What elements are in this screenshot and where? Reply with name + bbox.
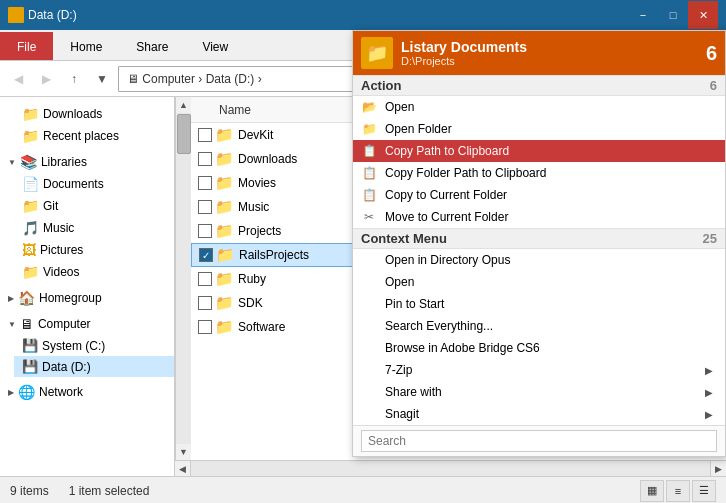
sidebar-group-computer[interactable]: ▼ 🖥 Computer — [0, 313, 174, 335]
sidebar-label-sysdrive: System (C:) — [42, 339, 105, 353]
up-button[interactable]: ↑ — [62, 67, 86, 91]
sidebar-section-homegroup: ▶ 🏠 Homegroup — [0, 285, 174, 311]
scroll-thumb[interactable] — [177, 114, 191, 154]
vertical-scrollbar[interactable]: ▲ ▼ — [175, 97, 191, 460]
cm-item-context-open[interactable]: Open — [353, 271, 725, 293]
close-button[interactable]: ✕ — [688, 1, 718, 29]
cm-header: 📁 Listary Documents D:\Projects 6 — [353, 31, 725, 75]
sidebar-label-music: Music — [43, 221, 74, 235]
checkbox-music[interactable] — [198, 200, 212, 214]
sidebar-label-pictures: Pictures — [40, 243, 83, 257]
scroll-track[interactable] — [176, 113, 191, 444]
checkbox-sdk[interactable] — [198, 296, 212, 310]
check-downloads[interactable] — [195, 152, 215, 166]
checkbox-ruby[interactable] — [198, 272, 212, 286]
sidebar: 📁 Downloads 📁 Recent places ▼ 📚 Librarie… — [0, 97, 175, 476]
check-music[interactable] — [195, 200, 215, 214]
back-button[interactable]: ◀ — [6, 67, 30, 91]
view-icon-3[interactable]: ☰ — [692, 480, 716, 502]
tab-share[interactable]: Share — [119, 32, 185, 60]
title-bar: Data (D:) − □ ✕ — [0, 0, 726, 30]
forward-button[interactable]: ▶ — [34, 67, 58, 91]
check-ruby[interactable] — [195, 272, 215, 286]
scroll-down-arrow[interactable]: ▼ — [176, 444, 192, 460]
cm-item-adobe-bridge[interactable]: Browse in Adobe Bridge CS6 — [353, 337, 725, 359]
folder-icon-projects: 📁 — [215, 222, 234, 240]
scroll-left-arrow[interactable]: ◀ — [175, 461, 191, 477]
sidebar-group-libraries[interactable]: ▼ 📚 Libraries — [0, 151, 174, 173]
file-label-software: Software — [238, 320, 285, 334]
tab-file[interactable]: File — [0, 32, 53, 60]
cm-item-open-label: Open — [385, 100, 414, 114]
cm-item-move-current[interactable]: ✂ Move to Current Folder — [353, 206, 725, 228]
folder-icon-sdk: 📁 — [215, 294, 234, 312]
checkbox-movies[interactable] — [198, 176, 212, 190]
sidebar-item-videos[interactable]: 📁 Videos — [14, 261, 174, 283]
sidebar-label-recent: Recent places — [43, 129, 119, 143]
title-icon — [8, 7, 24, 23]
cm-item-copy-path[interactable]: 📋 Copy Path to Clipboard — [353, 140, 725, 162]
sidebar-item-documents[interactable]: 📄 Documents — [14, 173, 174, 195]
h-scroll-track[interactable] — [191, 461, 710, 476]
cm-item-share-with[interactable]: Share with ▶ — [353, 381, 725, 403]
sidebar-item-downloads[interactable]: 📁 Downloads — [0, 103, 174, 125]
check-projects[interactable] — [195, 224, 215, 238]
cm-item-copy-current-label: Copy to Current Folder — [385, 188, 507, 202]
cm-item-search-everything-label: Search Everything... — [385, 319, 493, 333]
file-label-movies: Movies — [238, 176, 276, 190]
cm-item-copy-folder-path-label: Copy Folder Path to Clipboard — [385, 166, 546, 180]
checkbox-downloads[interactable] — [198, 152, 212, 166]
check-railsprojects[interactable]: ✓ — [196, 248, 216, 262]
checkbox-software[interactable] — [198, 320, 212, 334]
cm-item-copy-folder-path[interactable]: 📋 Copy Folder Path to Clipboard — [353, 162, 725, 184]
7zip-arrow-icon: ▶ — [705, 365, 713, 376]
cm-item-7zip[interactable]: 7-Zip ▶ — [353, 359, 725, 381]
cm-item-search-everything[interactable]: Search Everything... — [353, 315, 725, 337]
cm-item-copy-current[interactable]: 📋 Copy to Current Folder — [353, 184, 725, 206]
check-devkit[interactable] — [195, 128, 215, 142]
view-icon-2[interactable]: ≡ — [666, 480, 690, 502]
sidebar-item-git[interactable]: 📁 Git — [14, 195, 174, 217]
sidebar-item-pictures[interactable]: 🖼 Pictures — [14, 239, 174, 261]
recent-button[interactable]: ▼ — [90, 67, 114, 91]
maximize-button[interactable]: □ — [658, 1, 688, 29]
cm-section-action-label: Action — [361, 78, 401, 93]
file-label-sdk: SDK — [238, 296, 263, 310]
scroll-up-arrow[interactable]: ▲ — [176, 97, 192, 113]
checkbox-devkit[interactable] — [198, 128, 212, 142]
sidebar-item-recent[interactable]: 📁 Recent places — [0, 125, 174, 147]
cm-section-action: Action 6 — [353, 75, 725, 96]
check-software[interactable] — [195, 320, 215, 334]
check-movies[interactable] — [195, 176, 215, 190]
cm-search-input[interactable] — [361, 430, 717, 452]
sidebar-item-datadrive[interactable]: 💾 Data (D:) — [14, 356, 174, 377]
minimize-button[interactable]: − — [628, 1, 658, 29]
cm-item-directory-opus[interactable]: Open in Directory Opus — [353, 249, 725, 271]
sidebar-item-sysdrive[interactable]: 💾 System (C:) — [14, 335, 174, 356]
file-label-downloads: Downloads — [238, 152, 297, 166]
computer-children: 💾 System (C:) 💾 Data (D:) — [0, 335, 174, 377]
status-icons: ▦ ≡ ☰ — [640, 480, 716, 502]
tab-home[interactable]: Home — [53, 32, 119, 60]
view-icon-1[interactable]: ▦ — [640, 480, 664, 502]
horizontal-scrollbar[interactable]: ◀ ▶ — [175, 460, 726, 476]
checkbox-railsprojects[interactable]: ✓ — [199, 248, 213, 262]
cm-item-copy-path-label: Copy Path to Clipboard — [385, 144, 509, 158]
cm-item-7zip-label: 7-Zip — [385, 363, 412, 377]
cm-item-share-with-label: Share with — [385, 385, 442, 399]
checkbox-projects[interactable] — [198, 224, 212, 238]
sidebar-group-homegroup[interactable]: ▶ 🏠 Homegroup — [0, 287, 174, 309]
cm-search — [353, 425, 725, 456]
cm-item-snagit[interactable]: Snagit ▶ — [353, 403, 725, 425]
cm-item-move-current-label: Move to Current Folder — [385, 210, 508, 224]
cm-section-context: Context Menu 25 — [353, 228, 725, 249]
cm-item-open[interactable]: 📂 Open — [353, 96, 725, 118]
sidebar-group-network[interactable]: ▶ 🌐 Network — [0, 381, 174, 403]
tab-view[interactable]: View — [185, 32, 245, 60]
folder-icon-music: 📁 — [215, 198, 234, 216]
sidebar-item-music[interactable]: 🎵 Music — [14, 217, 174, 239]
check-sdk[interactable] — [195, 296, 215, 310]
cm-item-pin-start[interactable]: Pin to Start — [353, 293, 725, 315]
scroll-right-arrow[interactable]: ▶ — [710, 461, 726, 477]
cm-item-open-folder[interactable]: 📁 Open Folder — [353, 118, 725, 140]
